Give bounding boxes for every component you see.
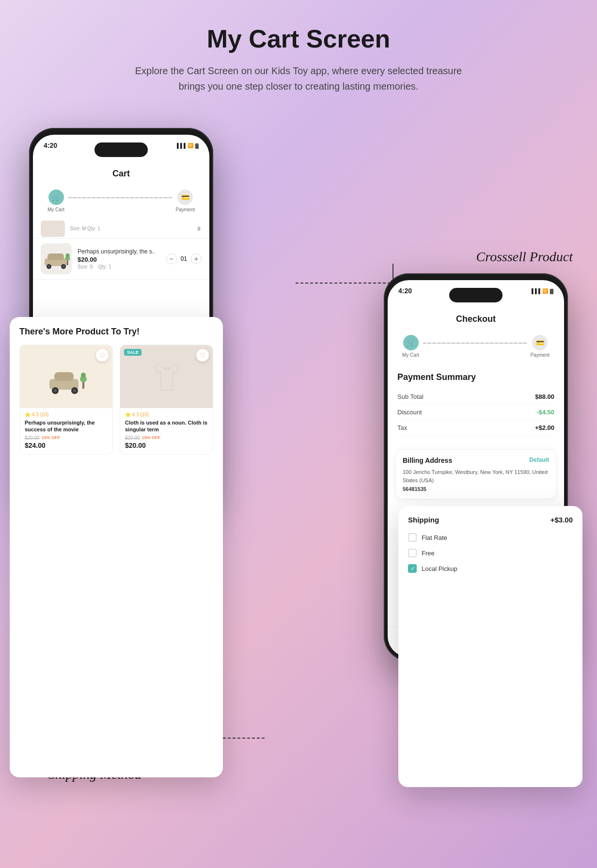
- partial-item-del: 🗑: [197, 226, 202, 231]
- status-icons-left: ▐▐▐ 🛜 ▓: [175, 143, 199, 148]
- payment-row-tax: Tax +$2.00: [397, 420, 554, 436]
- product-name-2: Cloth is used as a noun. Cloth is singul…: [125, 419, 208, 433]
- product-pricing-2: $20.00 15% OFF: [125, 435, 208, 441]
- product-img-1: ♡: [20, 345, 112, 408]
- cart-item-img-1: [41, 243, 72, 274]
- qty-control: − 01 +: [166, 253, 202, 264]
- cart-screen-title: Cart: [33, 165, 209, 183]
- stepper-circle-payment: 💳: [177, 189, 193, 205]
- heart-btn-2[interactable]: ♡: [196, 349, 209, 362]
- signal-icon: ▐▐▐: [175, 143, 185, 148]
- stepper-line: [68, 197, 172, 198]
- checkout-stepper-line: [423, 343, 527, 344]
- product-card-1[interactable]: ♡: [19, 345, 113, 455]
- cart-item-info-1: Perhaps unsurprisingly, the s.. $20.00 S…: [78, 248, 160, 269]
- battery-icon-right: ▓: [550, 288, 553, 294]
- free-radio[interactable]: [408, 549, 417, 557]
- flatrate-radio[interactable]: [408, 533, 417, 542]
- dynamic-island-left: [94, 142, 148, 157]
- cart-item-price-1: $20.00: [78, 256, 160, 263]
- subtotal-label: Sub Total: [397, 393, 424, 400]
- tax-value: +$2.00: [535, 424, 554, 431]
- cart-item-qty-label: Qty: 1: [98, 264, 111, 269]
- shipping-option-free[interactable]: Free: [408, 545, 573, 561]
- discount-value: -$4.50: [536, 409, 554, 416]
- product-img-2: SALE ♡: [120, 345, 213, 408]
- svg-point-12: [53, 389, 57, 393]
- product-rating-1: ⭐ 4.3 (10): [25, 412, 108, 417]
- cart-item-1: Perhaps unsurprisingly, the s.. $20.00 S…: [33, 238, 209, 280]
- stepper-item-payment: 💳 Payment: [176, 189, 195, 212]
- payment-summary-title: Payment Summary: [397, 372, 554, 382]
- shipping-row-header: Shipping +$3.00: [408, 516, 573, 524]
- qty-decrease-btn[interactable]: −: [166, 253, 177, 264]
- product-name-1: Perhaps unsurprisingly, the success of t…: [25, 419, 108, 433]
- checkout-stepper-circle-mycart: 🛒: [403, 335, 419, 350]
- svg-marker-18: [155, 364, 179, 390]
- sale-price-2: $20.00: [125, 442, 208, 449]
- crosssell-annotation-area: [296, 264, 393, 302]
- heart-btn-1[interactable]: ♡: [96, 349, 109, 362]
- cart-item-size: Size: S: [78, 264, 93, 269]
- shipping-amount: +$3.00: [550, 516, 573, 524]
- cart-item-name-1: Perhaps unsurprisingly, the s..: [78, 248, 160, 255]
- toy-car-visual: [41, 243, 72, 274]
- payment-row-discount: Discount -$4.50: [397, 405, 554, 420]
- svg-rect-1: [47, 253, 64, 260]
- shipping-option-localpickup[interactable]: ✓ Local Pickup: [408, 561, 573, 576]
- crosssell-title: There's More Product To Try!: [19, 327, 213, 337]
- product-rating-2: ⭐ 4.3 (10): [125, 412, 208, 417]
- payment-summary: Payment Summary Sub Total $88.00 Discoun…: [388, 364, 564, 443]
- checkout-stepper-label-payment: Payment: [531, 352, 550, 358]
- battery-icon: ▓: [195, 143, 199, 148]
- status-icons-right: ▐▐▐ 🛜 ▓: [530, 288, 553, 294]
- partial-item-img: [41, 221, 65, 237]
- svg-point-17: [81, 373, 86, 378]
- billing-header: Billing Address Default: [403, 457, 549, 464]
- shipping-option-flatrate[interactable]: Flat Rate: [408, 530, 573, 545]
- qty-value: 01: [181, 255, 187, 262]
- svg-point-8: [66, 253, 70, 257]
- sale-price-1: $24.00: [25, 442, 108, 449]
- qty-increase-btn[interactable]: +: [191, 253, 202, 264]
- checkout-stepper-circle-payment: 💳: [532, 335, 548, 350]
- shipping-popup: Shipping +$3.00 Flat Rate Free ✓ Local P…: [398, 506, 582, 787]
- crosssell-annotation-label: Crosssell Product: [476, 249, 573, 265]
- svg-point-14: [73, 389, 76, 393]
- partial-item-text: Size: M Qty: 1: [70, 226, 100, 231]
- discount-badge-1: 10% OFF: [42, 435, 61, 440]
- product-card-2[interactable]: SALE ♡ ⭐ 4.3 (10) Cloth is used as a: [120, 345, 213, 455]
- billing-phone: 56481535: [403, 486, 549, 492]
- checkout-stepper: 🛒 My Cart 💳 Payment: [388, 328, 564, 364]
- cart-item-meta-1: Size: S Qty: 1: [78, 264, 160, 269]
- billing-title: Billing Address: [403, 457, 452, 464]
- wifi-icon-right: 🛜: [542, 288, 548, 294]
- subtotal-value: $88.00: [535, 393, 554, 400]
- localpickup-radio[interactable]: ✓: [408, 564, 417, 573]
- svg-rect-10: [54, 372, 74, 381]
- wifi-icon: 🛜: [188, 143, 193, 148]
- billing-default: Default: [529, 457, 549, 464]
- checkout-stepper-item-payment: 💳 Payment: [531, 335, 550, 358]
- billing-address: 100 Jericho Turnpike, Westbury, New York…: [403, 468, 549, 484]
- product-info-1: ⭐ 4.3 (10) Perhaps unsurprisingly, the s…: [20, 408, 112, 454]
- cart-item-partial: Size: M Qty: 1 🗑: [33, 219, 209, 238]
- page-title: My Cart Screen: [39, 24, 558, 53]
- crosssell-products: ♡: [19, 345, 213, 455]
- checkout-screen-title: Checkout: [388, 310, 564, 328]
- stepper-item-mycart: 🛒 My Cart: [47, 189, 64, 212]
- product-pricing-1: $20.00 10% OFF: [25, 435, 108, 441]
- discount-badge-2: 15% OFF: [142, 435, 161, 440]
- signal-icon-right: ▐▐▐: [530, 288, 540, 294]
- payment-row-subtotal: Sub Total $88.00: [397, 389, 554, 405]
- cart-stepper: 🛒 My Cart 💳 Payment: [33, 183, 209, 219]
- discount-label: Discount: [397, 409, 422, 416]
- stepper-label-mycart: My Cart: [47, 207, 64, 212]
- page-subtitle: Explore the Cart Screen on our Kids Toy …: [129, 63, 468, 94]
- checkout-stepper-item-mycart: 🛒 My Cart: [402, 335, 419, 358]
- product-info-2: ⭐ 4.3 (10) Cloth is used as a noun. Clot…: [120, 408, 213, 454]
- sale-badge-2: SALE: [124, 349, 141, 356]
- billing-card: Billing Address Default 100 Jericho Turn…: [395, 449, 556, 499]
- svg-point-5: [63, 266, 65, 268]
- stepper-label-payment: Payment: [176, 207, 195, 212]
